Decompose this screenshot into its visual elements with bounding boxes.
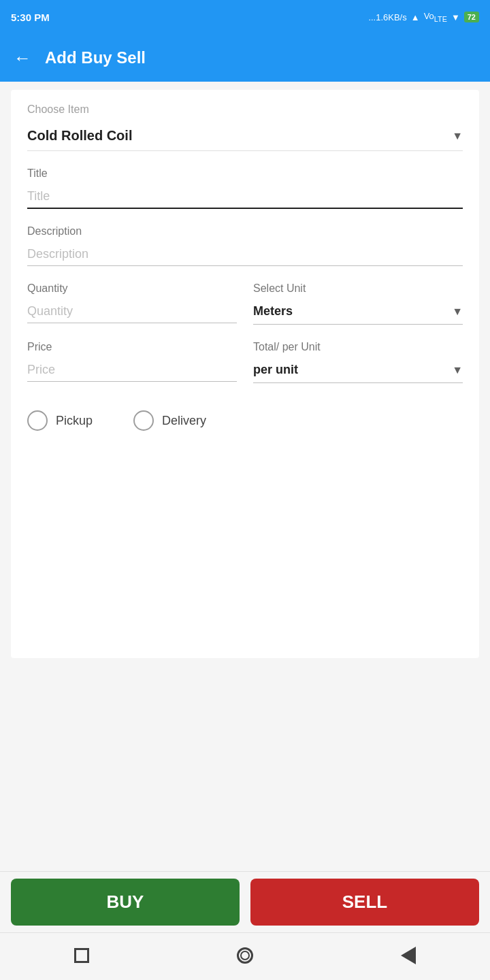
nav-home-button[interactable]: [237, 947, 253, 966]
back-button[interactable]: ←: [14, 48, 31, 69]
choose-item-value: Cold Rolled Coil: [27, 128, 132, 144]
signal-icon: ▲: [411, 12, 420, 22]
nav-back-button[interactable]: [401, 947, 416, 967]
choose-item-label: Choose Item: [27, 103, 463, 116]
delivery-radio[interactable]: Delivery: [133, 410, 206, 431]
select-unit-label: Select Unit: [253, 282, 463, 295]
description-section: Description: [27, 225, 463, 266]
status-right: ...1.6KB/s ▲ VoLTE ▼ 72: [368, 11, 479, 23]
price-col: Price: [27, 341, 237, 383]
pickup-label: Pickup: [56, 414, 93, 428]
quantity-input[interactable]: [27, 300, 237, 323]
delivery-label: Delivery: [162, 414, 206, 428]
bottom-buttons: BUY SELL: [0, 871, 490, 932]
app-bar-title: Add Buy Sell: [45, 48, 146, 67]
choose-item-section: Choose Item Cold Rolled Coil ▼: [27, 103, 463, 151]
pickup-delivery-row: Pickup Delivery: [27, 399, 463, 436]
title-input[interactable]: [27, 185, 463, 209]
per-unit-col: Total/ per Unit per unit ▼: [253, 341, 463, 383]
description-label: Description: [27, 225, 463, 238]
unit-chevron-down-icon: ▼: [452, 306, 463, 318]
sell-button[interactable]: SELL: [250, 879, 479, 926]
square-icon: [74, 948, 89, 963]
chevron-down-icon: ▼: [452, 130, 463, 142]
nav-bar: [0, 932, 490, 980]
quantity-label: Quantity: [27, 282, 237, 295]
quantity-unit-row: Quantity Select Unit Meters ▼: [27, 282, 463, 325]
back-nav-icon: [401, 947, 416, 964]
battery-level: 72: [464, 12, 479, 22]
lte-icon: VoLTE: [424, 11, 447, 23]
select-unit-value: Meters: [253, 304, 293, 318]
status-bar: 5:30 PM ...1.6KB/s ▲ VoLTE ▼ 72: [0, 0, 490, 34]
select-unit-dropdown[interactable]: Meters ▼: [253, 300, 463, 325]
network-speed: ...1.6KB/s: [368, 12, 406, 22]
price-unit-row: Price Total/ per Unit per unit ▼: [27, 341, 463, 383]
price-input[interactable]: [27, 359, 237, 382]
per-unit-dropdown[interactable]: per unit ▼: [253, 359, 463, 383]
quantity-col: Quantity: [27, 282, 237, 325]
description-input[interactable]: [27, 243, 463, 266]
delivery-radio-circle: [133, 410, 154, 431]
form-container: Choose Item Cold Rolled Coil ▼ Title Des…: [11, 90, 479, 658]
wifi-icon: ▼: [451, 12, 460, 22]
status-time: 5:30 PM: [11, 12, 50, 23]
choose-item-dropdown[interactable]: Cold Rolled Coil ▼: [27, 122, 463, 151]
buy-button[interactable]: BUY: [11, 879, 240, 926]
pickup-radio-circle: [27, 410, 48, 431]
per-unit-value: per unit: [253, 363, 298, 377]
pickup-radio[interactable]: Pickup: [27, 410, 93, 431]
app-bar: ← Add Buy Sell: [0, 34, 490, 82]
circle-icon: [237, 947, 253, 964]
title-section: Title: [27, 167, 463, 209]
unit-col: Select Unit Meters ▼: [253, 282, 463, 325]
total-per-unit-label: Total/ per Unit: [253, 341, 463, 353]
price-label: Price: [27, 341, 237, 353]
nav-square-button[interactable]: [74, 948, 89, 966]
title-label: Title: [27, 167, 463, 180]
per-unit-chevron-down-icon: ▼: [452, 364, 463, 376]
